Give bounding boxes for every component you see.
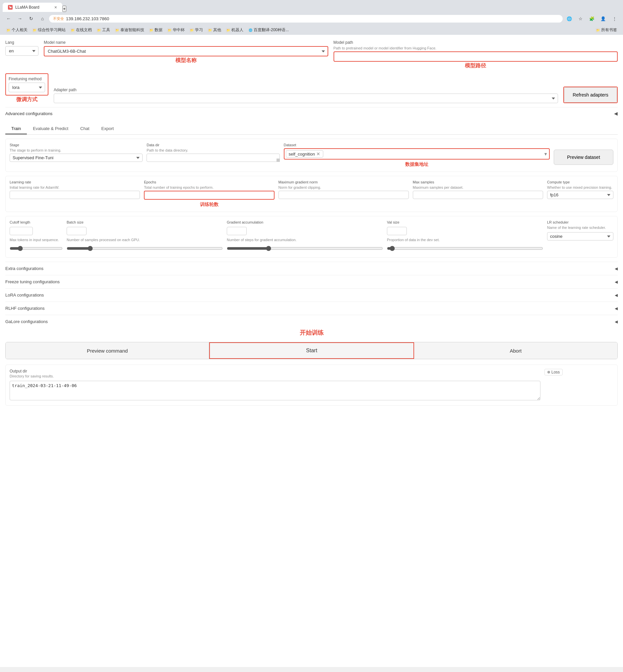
bookmark-all[interactable]: 📁 所有书签 — [593, 27, 619, 33]
bookmark-personal[interactable]: 📁 个人相关 — [4, 27, 30, 33]
security-warning: 不安全 — [53, 16, 64, 21]
tab-train[interactable]: Train — [5, 123, 27, 134]
bookmark-tools[interactable]: 📁 工具 — [94, 27, 112, 33]
bookmark-data[interactable]: 📁 数据 — [147, 27, 165, 33]
batch-size-input[interactable]: 2 — [67, 227, 87, 235]
active-tab[interactable]: 🦙 LLaMA Board × — [3, 3, 62, 12]
folder-icon: 📁 — [189, 28, 194, 32]
dataset-label: Dataset — [284, 143, 550, 147]
model-path-section: Model path Path to pretrained model or m… — [333, 40, 618, 69]
model-name-select[interactable]: ChatGLM3-6B-Chat — [44, 46, 328, 56]
val-size-input[interactable]: 0 — [387, 227, 407, 235]
gradient-accum-input[interactable]: 8 — [227, 227, 247, 235]
bookmark-docs[interactable]: 📁 在线文档 — [68, 27, 94, 33]
forward-button[interactable]: → — [15, 14, 25, 23]
freeze-config-section[interactable]: Freeze tuning configurations ◀ — [5, 275, 618, 288]
lora-config-section[interactable]: LoRA configurations ◀ — [5, 288, 618, 301]
output-dir-input[interactable]: train_2024-03-21-11-49-06 — [10, 381, 540, 400]
start-button[interactable]: Start — [209, 342, 414, 359]
bookmark-huazhong[interactable]: 📁 华中杯 — [165, 27, 187, 33]
back-button[interactable]: ← — [4, 14, 13, 23]
epochs-label: Epochs — [144, 180, 274, 184]
abort-button[interactable]: Abort — [414, 342, 617, 359]
profile-icon[interactable]: 👤 — [598, 14, 608, 23]
output-section: Output dir Directory for saving results.… — [5, 364, 618, 406]
val-size-label: Val size — [387, 220, 543, 224]
val-size-slider[interactable] — [387, 244, 543, 253]
galore-config-label: GaLore configurations — [5, 319, 48, 324]
dataset-tag-remove[interactable]: ✕ — [316, 151, 320, 156]
stage-config-row: Stage The stage to perform in training. … — [5, 139, 618, 172]
lr-input[interactable]: 5e-5 — [10, 191, 140, 199]
lang-section: Lang en zh — [5, 40, 38, 56]
tab-evaluate[interactable]: Evaluate & Predict — [27, 123, 74, 134]
advanced-config-row[interactable]: Advanced configurations ◀ — [5, 107, 618, 119]
stage-item: Stage The stage to perform in training. … — [10, 143, 143, 168]
data-dir-input[interactable]: data — [147, 153, 279, 162]
extra-config-label: Extra configurations — [5, 266, 43, 271]
bookmark-other[interactable]: 📁 其他 — [206, 27, 223, 33]
cutoff-sublabel: Max tokens in input sequence. — [10, 238, 63, 242]
max-samples-input[interactable]: 100000 — [413, 191, 543, 199]
preview-dataset-button[interactable]: Preview dataset — [554, 150, 613, 165]
gradient-accum-sublabel: Number of steps for gradient accumulatio… — [227, 238, 383, 242]
galore-config-triangle: ◀ — [615, 319, 618, 324]
home-button[interactable]: ⌂ — [38, 14, 47, 23]
max-gradient-input[interactable]: 1.0 — [278, 191, 409, 199]
epochs-input[interactable]: 30 — [144, 191, 274, 200]
batch-config-row: Cutoff length 1024 Max tokens in input s… — [5, 216, 618, 258]
address-text: 139.186.232.103:7860 — [66, 16, 109, 21]
tab-export[interactable]: Export — [95, 123, 120, 134]
finetuning-select[interactable]: lora full freeze — [9, 83, 45, 92]
val-size-item: Val size 0 Proportion of data in the dev… — [387, 220, 543, 254]
batch-size-slider[interactable] — [67, 244, 223, 253]
bookmark-taidi[interactable]: 📁 泰迪智能科技 — [113, 27, 146, 33]
preview-command-button[interactable]: Preview command — [6, 342, 209, 359]
dataset-dropdown-arrow[interactable]: ▼ — [543, 152, 548, 156]
refresh-adapters-button[interactable]: Refresh adapters — [564, 87, 617, 103]
new-tab-button[interactable]: + — [62, 6, 66, 12]
stage-select[interactable]: Supervised Fine-Tuni — [10, 153, 143, 162]
folder-icon: 📁 — [167, 28, 172, 32]
extra-config-section[interactable]: Extra configurations ◀ — [5, 262, 618, 275]
tab-chat[interactable]: Chat — [74, 123, 95, 134]
lr-scheduler-select[interactable]: cosine linear constant — [547, 232, 613, 240]
bookmark-study[interactable]: 📁 综合性学习网站 — [30, 27, 68, 33]
compute-type-select[interactable]: fp16 bf16 fp32 — [547, 191, 613, 199]
val-size-sublabel: Proportion of data in the dev set. — [387, 238, 543, 242]
bookmark-icon[interactable]: ☆ — [576, 14, 585, 23]
refresh-btn-wrap: Refresh adapters — [563, 87, 618, 103]
tab-close-btn[interactable]: × — [54, 5, 57, 10]
extensions-icon[interactable]: 🧩 — [587, 14, 596, 23]
gradient-accum-slider-wrap — [227, 244, 383, 254]
freeze-config-label: Freeze tuning configurations — [5, 279, 60, 284]
bookmark-robot[interactable]: 📁 机器人 — [224, 27, 245, 33]
bookmark-baidu-translate[interactable]: 🌐 百度翻译-200种语... — [246, 27, 291, 33]
galore-config-section[interactable]: GaLore configurations ◀ — [5, 315, 618, 328]
dataset-input-wrap[interactable]: self_cognition ✕ ▼ — [284, 148, 550, 159]
adapter-select[interactable] — [54, 93, 558, 103]
bookmarks-bar: 📁 个人相关 📁 综合性学习网站 📁 在线文档 📁 工具 📁 泰迪智能科技 📁 … — [0, 25, 623, 35]
epochs-item: Epochs Total number of training epochs t… — [144, 180, 274, 208]
address-bar[interactable]: 不安全 139.186.232.103:7860 — [49, 15, 563, 23]
bookmark-learning[interactable]: 📁 学习 — [187, 27, 205, 33]
gradient-accum-slider[interactable] — [227, 244, 383, 253]
max-samples-sublabel: Maximum samples per dataset. — [413, 185, 543, 189]
dataset-annotation: 数据集地址 — [284, 162, 550, 168]
model-path-sublabel: Path to pretrained model or model identi… — [333, 46, 618, 50]
loss-label: Loss — [552, 370, 560, 375]
data-dir-item: Data dir Path to the data directory. dat… — [147, 143, 279, 168]
folder-icon: 📁 — [32, 28, 37, 32]
gradient-accum-item: Gradient accumulation 8 Number of steps … — [227, 220, 383, 254]
reload-button[interactable]: ↻ — [27, 14, 36, 23]
cutoff-input[interactable]: 1024 — [10, 227, 33, 235]
model-path-input[interactable]: /root/models/chatglm3-6b — [333, 51, 618, 62]
rlhf-config-section[interactable]: RLHF configurations ◀ — [5, 301, 618, 315]
translate-icon[interactable]: 🌐 — [565, 14, 574, 23]
lang-select[interactable]: en zh — [5, 46, 38, 56]
menu-icon[interactable]: ⋮ — [610, 14, 619, 23]
cutoff-slider[interactable] — [10, 244, 63, 253]
loss-chart-area: Loss — [540, 369, 613, 378]
finetuning-label: Finetuning method — [9, 77, 45, 81]
val-size-slider-wrap — [387, 244, 543, 254]
